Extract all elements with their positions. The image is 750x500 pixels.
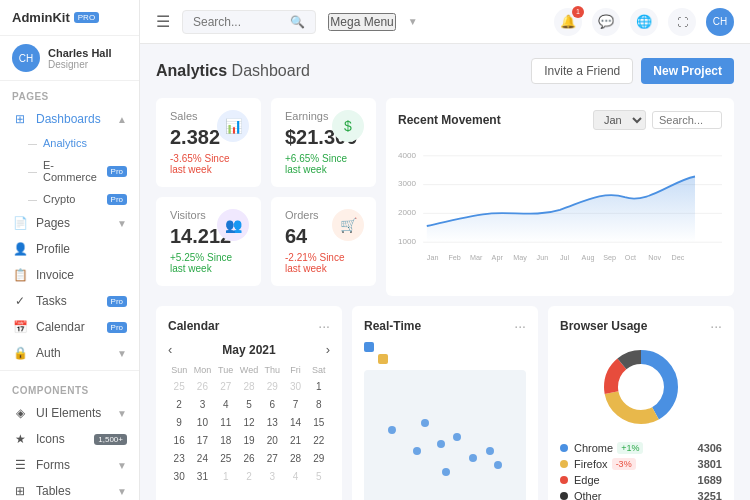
content-area: Analytics Dashboard Invite a Friend New … [140,44,750,500]
brand-name: AdminKit [12,10,70,25]
cal-day[interactable]: 2 [238,468,260,485]
cal-day[interactable]: 25 [215,450,237,467]
browser-dot [560,444,568,452]
cal-day[interactable]: 4 [284,468,306,485]
browser-item: Other 3251 [560,490,722,500]
cal-day[interactable]: 31 [191,468,213,485]
notification-button[interactable]: 🔔 1 [554,8,582,36]
cal-day[interactable]: 14 [284,414,306,431]
cal-day[interactable]: 16 [168,432,190,449]
sidebar-user: CH Charles Hall Designer [0,36,139,81]
svg-text:Mar: Mar [470,253,483,262]
auth-chevron: ▼ [117,348,127,359]
ui-chevron: ▼ [117,408,127,419]
cal-day[interactable]: 12 [238,414,260,431]
cal-day[interactable]: 21 [284,432,306,449]
sidebar-item-icons[interactable]: ★ Icons 1,500+ [0,426,139,452]
search-box[interactable]: 🔍 [182,10,316,34]
sidebar-item-calendar[interactable]: 📅 Calendar Pro [0,314,139,340]
cal-day[interactable]: 20 [261,432,283,449]
cal-day[interactable]: 4 [215,396,237,413]
invite-friend-button[interactable]: Invite a Friend [531,58,633,84]
realtime-dots-menu[interactable]: ··· [514,318,526,334]
sidebar-item-forms[interactable]: ☰ Forms ▼ [0,452,139,478]
sidebar-item-crypto[interactable]: Crypto Pro [0,188,139,210]
browser-item: Firefox -3% 3801 [560,458,722,470]
orders-icon: 🛒 [332,209,364,241]
svg-text:Sep: Sep [603,253,616,262]
user-avatar-button[interactable]: CH [706,8,734,36]
browser-dot [560,492,568,500]
cal-day[interactable]: 22 [308,432,330,449]
cal-day-name: Wed [238,363,260,377]
cal-day[interactable]: 1 [215,468,237,485]
sidebar-item-invoice[interactable]: 📋 Invoice [0,262,139,288]
cal-day[interactable]: 6 [261,396,283,413]
sidebar-item-auth[interactable]: 🔒 Auth ▼ [0,340,139,366]
cal-day[interactable]: 19 [238,432,260,449]
sidebar-item-tasks[interactable]: ✓ Tasks Pro [0,288,139,314]
cal-day[interactable]: 2 [168,396,190,413]
cal-day[interactable]: 9 [168,414,190,431]
cal-day[interactable]: 5 [238,396,260,413]
cal-day[interactable]: 15 [308,414,330,431]
calendar-dots-menu[interactable]: ··· [318,318,330,334]
cal-day[interactable]: 27 [215,378,237,395]
messages-button[interactable]: 💬 [592,8,620,36]
cal-day[interactable]: 24 [191,450,213,467]
stat-card-orders: 🛒 Orders 64 -2.21% Since last week [271,197,376,286]
sidebar-item-dashboards[interactable]: ⊞ Dashboards ▲ [0,106,139,132]
hamburger-icon[interactable]: ☰ [156,12,170,31]
sales-change: -3.65% Since last week [170,153,247,175]
page-title: Analytics Dashboard [156,62,310,80]
cal-day[interactable]: 28 [284,450,306,467]
cal-day[interactable]: 3 [261,468,283,485]
cal-day[interactable]: 25 [168,378,190,395]
cal-day[interactable]: 17 [191,432,213,449]
sidebar-item-ecommerce[interactable]: E-Commerce Pro [0,154,139,188]
cal-prev-button[interactable]: ‹ [168,342,172,357]
cal-day[interactable]: 23 [168,450,190,467]
fullscreen-button[interactable]: ⛶ [668,8,696,36]
cal-day[interactable]: 26 [238,450,260,467]
cal-next-button[interactable]: › [326,342,330,357]
map-dot [413,447,421,455]
chart-search-input[interactable] [652,111,722,129]
cal-day[interactable]: 7 [284,396,306,413]
cal-day-name: Tue [215,363,237,377]
new-project-button[interactable]: New Project [641,58,734,84]
mega-menu-button[interactable]: Mega Menu [328,13,395,31]
cal-day[interactable]: 30 [168,468,190,485]
sidebar-item-profile[interactable]: 👤 Profile [0,236,139,262]
cal-day[interactable]: 29 [308,450,330,467]
crypto-badge: Pro [107,194,127,205]
cal-day[interactable]: 28 [238,378,260,395]
chart-header: Recent Movement JanFebMar [398,110,722,130]
month-select[interactable]: JanFebMar [593,110,646,130]
flag-icon[interactable]: 🌐 [630,8,658,36]
cal-day[interactable]: 26 [191,378,213,395]
cal-day[interactable]: 30 [284,378,306,395]
cal-day[interactable]: 11 [215,414,237,431]
header: ☰ 🔍 Mega Menu▼ 🔔 1 💬 🌐 ⛶ CH [140,0,750,44]
cal-day[interactable]: 13 [261,414,283,431]
cal-day[interactable]: 29 [261,378,283,395]
cal-day[interactable]: 3 [191,396,213,413]
sidebar-item-analytics[interactable]: Analytics [0,132,139,154]
sidebar-item-tables[interactable]: ⊞ Tables ▼ [0,478,139,500]
cal-day[interactable]: 18 [215,432,237,449]
cal-day[interactable]: 1 [308,378,330,395]
browser-dots-menu[interactable]: ··· [710,318,722,334]
search-input[interactable] [193,15,290,29]
sidebar-item-ui-elements[interactable]: ◈ UI Elements ▼ [0,400,139,426]
cal-day[interactable]: 10 [191,414,213,431]
cal-day[interactable]: 27 [261,450,283,467]
crypto-dash [28,193,43,205]
cal-day[interactable]: 5 [308,468,330,485]
forms-icon: ☰ [12,458,28,472]
cal-day[interactable]: 8 [308,396,330,413]
visitors-change: +5.25% Since last week [170,252,247,274]
sidebar-item-pages[interactable]: 📄 Pages ▼ [0,210,139,236]
recent-movement-panel: Recent Movement JanFebMar 4000 3000 2000 [386,98,734,296]
auth-label: Auth [36,346,61,360]
